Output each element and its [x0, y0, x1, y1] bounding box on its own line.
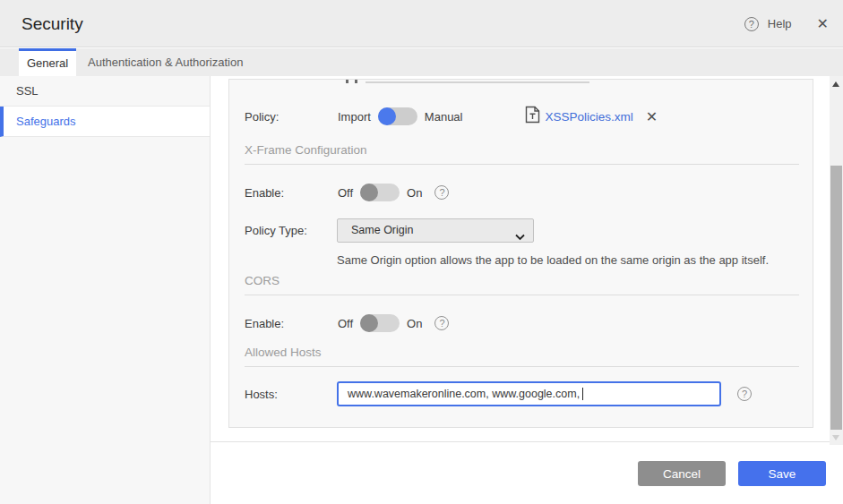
off-label: Off [338, 317, 353, 330]
policy-type-description: Same Origin option allows the app to be … [337, 253, 769, 267]
xss-policies-file-link[interactable]: XSSPolicies.xml [545, 110, 632, 124]
cors-enable-label: Enable: [245, 317, 337, 330]
policy-type-selected-value: Same Origin [351, 224, 413, 236]
sidebar: SSL Safeguards [0, 76, 211, 504]
xframe-enable-help-icon[interactable]: ? [434, 185, 449, 200]
xframe-enable-toggle[interactable] [360, 184, 400, 201]
toggle-knob [360, 314, 378, 332]
sidebar-item-ssl[interactable]: SSL [0, 76, 210, 107]
hosts-input[interactable]: www.wavemakeronline.com, www.google.com, [337, 381, 721, 406]
security-dialog: Security ? Help ✕ General Authentication… [0, 0, 843, 504]
divider [245, 366, 799, 367]
header-actions: ? Help ✕ [744, 0, 829, 47]
text-caret [582, 388, 583, 400]
cors-enable-toggle[interactable] [360, 314, 400, 332]
header: Security ? Help ✕ [0, 0, 843, 47]
policy-type-select[interactable]: Same Origin [337, 218, 534, 243]
hosts-input-value: www.wavemakeronline.com, www.google.com, [348, 388, 580, 400]
save-button[interactable]: Save [738, 461, 826, 486]
footer-divider [211, 441, 843, 442]
on-label: On [407, 186, 422, 200]
policy-type-label: Policy Type: [245, 224, 337, 237]
toggle-knob [378, 107, 396, 125]
divider [245, 295, 799, 295]
policy-label: Policy: [245, 110, 337, 124]
policy-type-row: Policy Type: Same Origin [245, 218, 797, 243]
scroll-down-arrow-icon[interactable] [832, 435, 839, 440]
page-title: Security [22, 0, 83, 47]
clipped-row-remnant [346, 80, 597, 83]
help-icon[interactable]: ? [744, 17, 759, 31]
off-label: Off [338, 186, 353, 200]
scroll-up-arrow-icon[interactable] [832, 81, 839, 87]
toggle-knob [360, 184, 378, 201]
policy-row: Policy: Import Manual XSSPolicies.xml ✕ [245, 107, 797, 125]
content-panel: Policy: Import Manual XSSPolicies.xml ✕ … [228, 79, 813, 428]
hosts-help-icon[interactable]: ? [737, 387, 752, 401]
on-label: On [407, 317, 422, 330]
xframe-enable-row: Enable: Off On ? [245, 184, 797, 201]
section-title-xframe: X-Frame Configuration [245, 143, 367, 157]
divider [245, 164, 799, 165]
sidebar-item-safeguards[interactable]: Safeguards [0, 107, 210, 137]
tab-authentication[interactable]: Authentication & Authorization [88, 48, 243, 76]
section-title-cors: CORS [245, 274, 280, 287]
cors-enable-help-icon[interactable]: ? [434, 316, 449, 330]
hosts-row: Hosts: www.wavemakeronline.com, www.goog… [245, 381, 797, 406]
close-icon[interactable]: ✕ [817, 17, 829, 31]
hosts-label: Hosts: [245, 388, 337, 401]
tab-bar: General Authentication & Authorization [0, 48, 843, 76]
xframe-enable-label: Enable: [245, 186, 337, 200]
vertical-scrollbar[interactable] [830, 76, 843, 445]
xml-file-icon [525, 106, 540, 127]
cancel-button[interactable]: Cancel [638, 461, 726, 486]
cors-enable-row: Enable: Off On ? [245, 314, 797, 332]
chevron-down-icon [515, 226, 525, 249]
section-title-allowed-hosts: Allowed Hosts [245, 346, 322, 359]
tab-general[interactable]: General [19, 48, 76, 76]
help-label[interactable]: Help [768, 17, 792, 30]
scroll-thumb[interactable] [830, 166, 842, 430]
manual-label: Manual [425, 110, 463, 124]
remove-file-icon[interactable]: ✕ [646, 108, 658, 125]
import-manual-toggle[interactable] [378, 107, 417, 125]
import-label: Import [338, 110, 371, 124]
